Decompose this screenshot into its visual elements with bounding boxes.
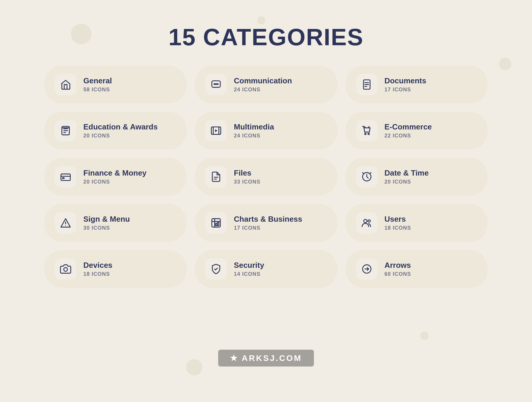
bg-circle-2 — [257, 16, 265, 25]
card-general[interactable]: General 58 ICONS — [44, 66, 186, 103]
svg-point-25 — [65, 225, 66, 226]
card-documents[interactable]: Documents 17 ICONS — [346, 66, 488, 103]
card-text-documents: Documents 17 ICONS — [385, 76, 426, 93]
card-name-security: Security — [234, 261, 264, 270]
basket-icon — [361, 125, 372, 136]
card-name-ecommerce: E-Commerce — [385, 122, 432, 132]
svg-rect-30 — [218, 222, 219, 226]
icon-wrap-users — [356, 212, 377, 234]
card-text-communication: Communication 24 ICONS — [234, 76, 292, 93]
clock-icon — [361, 171, 372, 182]
card-name-general: General — [83, 76, 112, 85]
card-charts[interactable]: Charts & Business 17 ICONS — [195, 204, 337, 242]
card-sign-menu[interactable]: Sign & Menu 30 ICONS — [44, 204, 186, 242]
card-multimedia[interactable]: Multimedia 24 ICONS — [195, 112, 337, 150]
card-text-arrows: Arrows 60 ICONS — [385, 261, 411, 277]
svg-point-31 — [364, 219, 367, 223]
card-users[interactable]: Users 18 ICONS — [346, 204, 488, 242]
svg-point-16 — [365, 133, 366, 135]
card-ecommerce[interactable]: E-Commerce 22 ICONS — [346, 112, 488, 150]
svg-point-17 — [368, 133, 369, 135]
card-text-security: Security 14 ICONS — [234, 261, 264, 277]
users-icon — [361, 217, 372, 228]
warning-icon — [60, 217, 71, 228]
shield-icon — [210, 263, 222, 275]
icon-wrap-security — [205, 258, 227, 280]
icon-wrap-finance — [55, 166, 76, 187]
card-name-multimedia: Multimedia — [234, 122, 274, 132]
multimedia-icon — [210, 125, 222, 136]
svg-point-1 — [214, 84, 215, 85]
card-text-sign-menu: Sign & Menu 30 ICONS — [83, 215, 130, 231]
svg-rect-29 — [216, 223, 217, 226]
svg-point-3 — [217, 84, 218, 85]
card-name-education: Education & Awards — [83, 122, 158, 132]
card-count-devices: 18 ICONS — [83, 271, 112, 277]
icon-wrap-devices — [55, 258, 76, 280]
card-devices[interactable]: Devices 18 ICONS — [44, 250, 186, 288]
card-count-files: 33 ICONS — [234, 179, 260, 185]
card-communication[interactable]: Communication 24 ICONS — [195, 66, 337, 103]
camera-icon — [60, 263, 71, 275]
card-count-communication: 24 ICONS — [234, 87, 292, 93]
card-files[interactable]: Files 33 ICONS — [195, 158, 337, 196]
card-count-arrows: 60 ICONS — [385, 271, 411, 277]
icon-wrap-communication — [205, 74, 227, 95]
bg-circle-3 — [499, 58, 511, 70]
bg-circle-5 — [420, 332, 429, 340]
svg-point-32 — [368, 220, 370, 222]
svg-rect-20 — [62, 178, 64, 179]
card-count-education: 20 ICONS — [83, 133, 158, 139]
card-name-devices: Devices — [83, 261, 112, 270]
finance-icon — [60, 171, 71, 182]
card-text-ecommerce: E-Commerce 22 ICONS — [385, 122, 432, 139]
card-education[interactable]: Education & Awards 20 ICONS — [44, 112, 186, 150]
card-text-files: Files 33 ICONS — [234, 168, 260, 185]
card-count-users: 18 ICONS — [385, 225, 411, 231]
card-count-security: 14 ICONS — [234, 271, 264, 277]
card-name-arrows: Arrows — [385, 261, 411, 270]
svg-point-2 — [216, 84, 217, 85]
card-count-general: 58 ICONS — [83, 87, 112, 93]
card-name-communication: Communication — [234, 76, 292, 85]
card-arrows[interactable]: Arrows 60 ICONS — [346, 250, 488, 288]
icon-wrap-sign-menu — [55, 212, 76, 234]
card-text-datetime: Date & Time 20 ICONS — [385, 168, 429, 185]
svg-point-33 — [64, 268, 68, 271]
watermark: ★ ARKSJ.COM — [218, 350, 314, 367]
svg-marker-13 — [215, 129, 218, 132]
card-count-documents: 17 ICONS — [385, 87, 426, 93]
card-count-finance: 20 ICONS — [83, 179, 147, 185]
card-count-sign-menu: 30 ICONS — [83, 225, 130, 231]
card-text-charts: Charts & Business 17 ICONS — [234, 215, 302, 231]
icon-wrap-multimedia — [205, 120, 227, 141]
chart-icon — [210, 217, 222, 228]
card-count-charts: 17 ICONS — [234, 225, 302, 231]
card-count-datetime: 20 ICONS — [385, 179, 429, 185]
home-icon — [60, 79, 71, 90]
categories-grid: General 58 ICONS Communication 24 ICONS — [15, 66, 517, 288]
card-name-charts: Charts & Business — [234, 215, 302, 224]
icon-wrap-education — [55, 120, 76, 141]
icon-wrap-datetime — [356, 166, 377, 187]
message-icon — [210, 79, 222, 90]
card-text-devices: Devices 18 ICONS — [83, 261, 112, 277]
icon-wrap-general — [55, 74, 76, 95]
card-name-documents: Documents — [385, 76, 426, 85]
card-text-general: General 58 ICONS — [83, 76, 112, 93]
card-finance[interactable]: Finance & Money 20 ICONS — [44, 158, 186, 196]
education-icon — [60, 125, 71, 136]
card-count-ecommerce: 22 ICONS — [385, 133, 432, 139]
icon-wrap-documents — [356, 74, 377, 95]
bg-circle-4 — [186, 359, 202, 375]
card-security[interactable]: Security 14 ICONS — [195, 250, 337, 288]
card-count-multimedia: 24 ICONS — [234, 133, 274, 139]
bg-circle-1 — [71, 24, 92, 44]
card-name-sign-menu: Sign & Menu — [83, 215, 130, 224]
icon-wrap-files — [205, 166, 227, 187]
card-name-files: Files — [234, 168, 260, 178]
card-datetime[interactable]: Date & Time 20 ICONS — [346, 158, 488, 196]
card-text-multimedia: Multimedia 24 ICONS — [234, 122, 274, 139]
card-name-users: Users — [385, 215, 411, 224]
card-name-datetime: Date & Time — [385, 168, 429, 178]
